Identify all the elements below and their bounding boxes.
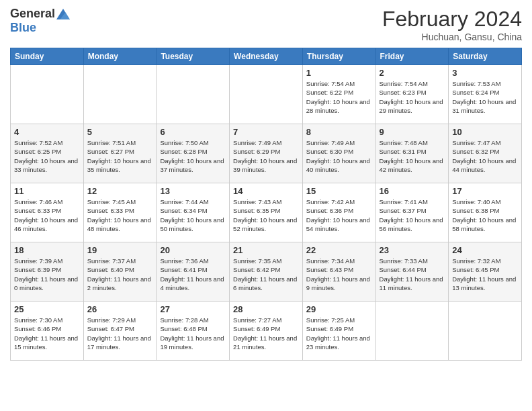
day-cell: 23Sunrise: 7:33 AM Sunset: 6:44 PM Dayli… [375,242,449,302]
day-cell: 9Sunrise: 7:48 AM Sunset: 6:31 PM Daylig… [375,124,449,183]
day-cell: 6Sunrise: 7:50 AM Sunset: 6:28 PM Daylig… [157,124,230,183]
day-info: Sunrise: 7:36 AM Sunset: 6:41 PM Dayligh… [160,257,226,292]
header-cell-sunday: Sunday [11,48,84,65]
day-number: 11 [14,186,80,196]
day-info: Sunrise: 7:39 AM Sunset: 6:39 PM Dayligh… [14,257,80,292]
day-cell: 24Sunrise: 7:32 AM Sunset: 6:45 PM Dayli… [449,242,522,302]
day-cell: 21Sunrise: 7:35 AM Sunset: 6:42 PM Dayli… [230,242,303,302]
day-info: Sunrise: 7:27 AM Sunset: 6:49 PM Dayligh… [233,316,299,351]
day-number: 8 [306,127,372,137]
day-number: 12 [87,186,153,196]
day-cell: 22Sunrise: 7:34 AM Sunset: 6:43 PM Dayli… [302,242,375,302]
day-info: Sunrise: 7:54 AM Sunset: 6:22 PM Dayligh… [306,79,372,115]
day-info: Sunrise: 7:33 AM Sunset: 6:44 PM Dayligh… [380,257,445,292]
day-number: 4 [14,127,80,137]
day-cell: 14Sunrise: 7:43 AM Sunset: 6:35 PM Dayli… [230,183,303,242]
day-cell: 27Sunrise: 7:28 AM Sunset: 6:48 PM Dayli… [157,302,230,361]
logo-general: General [10,7,55,21]
day-number: 15 [306,186,372,196]
header-cell-tuesday: Tuesday [157,48,230,65]
day-cell: 11Sunrise: 7:46 AM Sunset: 6:33 PM Dayli… [11,183,84,242]
day-info: Sunrise: 7:32 AM Sunset: 6:45 PM Dayligh… [452,257,518,292]
day-info: Sunrise: 7:48 AM Sunset: 6:31 PM Dayligh… [380,138,445,174]
day-info: Sunrise: 7:52 AM Sunset: 6:25 PM Dayligh… [14,138,80,174]
header: General Blue February 2024 Huchuan, Gans… [10,7,522,42]
day-cell: 8Sunrise: 7:49 AM Sunset: 6:30 PM Daylig… [302,124,375,183]
day-info: Sunrise: 7:46 AM Sunset: 6:33 PM Dayligh… [14,197,80,233]
day-cell: 12Sunrise: 7:45 AM Sunset: 6:33 PM Dayli… [83,183,157,242]
week-row-4: 18Sunrise: 7:39 AM Sunset: 6:39 PM Dayli… [11,242,522,302]
day-info: Sunrise: 7:28 AM Sunset: 6:48 PM Dayligh… [160,316,226,351]
day-info: Sunrise: 7:29 AM Sunset: 6:47 PM Dayligh… [87,316,153,351]
day-info: Sunrise: 7:50 AM Sunset: 6:28 PM Dayligh… [160,138,226,174]
day-cell [157,65,230,124]
calendar-table: SundayMondayTuesdayWednesdayThursdayFrid… [10,48,522,361]
day-number: 9 [380,127,445,137]
week-row-5: 25Sunrise: 7:30 AM Sunset: 6:46 PM Dayli… [11,302,522,361]
day-info: Sunrise: 7:53 AM Sunset: 6:24 PM Dayligh… [452,79,518,115]
day-cell: 29Sunrise: 7:25 AM Sunset: 6:49 PM Dayli… [302,302,375,361]
day-number: 10 [452,127,518,137]
day-cell: 19Sunrise: 7:37 AM Sunset: 6:40 PM Dayli… [83,242,157,302]
day-number: 25 [14,304,80,314]
day-cell [11,65,84,124]
day-number: 24 [452,245,518,255]
title-section: February 2024 Huchuan, Gansu, China [382,7,522,42]
day-cell: 5Sunrise: 7:51 AM Sunset: 6:27 PM Daylig… [83,124,157,183]
week-row-1: 1Sunrise: 7:54 AM Sunset: 6:22 PM Daylig… [11,65,522,124]
day-cell: 28Sunrise: 7:27 AM Sunset: 6:49 PM Dayli… [230,302,303,361]
day-info: Sunrise: 7:40 AM Sunset: 6:38 PM Dayligh… [452,197,518,233]
day-info: Sunrise: 7:44 AM Sunset: 6:34 PM Dayligh… [160,197,226,233]
header-cell-saturday: Saturday [449,48,522,65]
day-info: Sunrise: 7:47 AM Sunset: 6:32 PM Dayligh… [452,138,518,174]
header-cell-monday: Monday [83,48,157,65]
day-cell: 13Sunrise: 7:44 AM Sunset: 6:34 PM Dayli… [157,183,230,242]
month-year-title: February 2024 [382,7,522,32]
day-cell: 16Sunrise: 7:41 AM Sunset: 6:37 PM Dayli… [375,183,449,242]
day-cell [449,302,522,361]
day-number: 29 [306,304,372,314]
day-cell: 2Sunrise: 7:54 AM Sunset: 6:23 PM Daylig… [375,65,449,124]
day-number: 27 [160,304,226,314]
logo-blue: Blue [10,21,36,35]
day-info: Sunrise: 7:35 AM Sunset: 6:42 PM Dayligh… [233,257,299,292]
day-info: Sunrise: 7:25 AM Sunset: 6:49 PM Dayligh… [306,316,372,351]
day-cell [83,65,157,124]
day-cell: 3Sunrise: 7:53 AM Sunset: 6:24 PM Daylig… [449,65,522,124]
day-cell: 4Sunrise: 7:52 AM Sunset: 6:25 PM Daylig… [11,124,84,183]
day-cell: 10Sunrise: 7:47 AM Sunset: 6:32 PM Dayli… [449,124,522,183]
day-info: Sunrise: 7:43 AM Sunset: 6:35 PM Dayligh… [233,197,299,233]
day-info: Sunrise: 7:49 AM Sunset: 6:30 PM Dayligh… [306,138,372,174]
day-cell: 17Sunrise: 7:40 AM Sunset: 6:38 PM Dayli… [449,183,522,242]
logo-text: General [10,7,70,21]
day-info: Sunrise: 7:41 AM Sunset: 6:37 PM Dayligh… [380,197,445,233]
day-cell: 26Sunrise: 7:29 AM Sunset: 6:47 PM Dayli… [83,302,157,361]
day-number: 18 [14,245,80,255]
day-number: 26 [87,304,153,314]
day-cell: 15Sunrise: 7:42 AM Sunset: 6:36 PM Dayli… [302,183,375,242]
week-row-2: 4Sunrise: 7:52 AM Sunset: 6:25 PM Daylig… [11,124,522,183]
day-number: 16 [380,186,445,196]
logo-icon [56,7,70,21]
day-info: Sunrise: 7:30 AM Sunset: 6:46 PM Dayligh… [14,316,80,351]
day-cell: 1Sunrise: 7:54 AM Sunset: 6:22 PM Daylig… [302,65,375,124]
day-number: 5 [87,127,153,137]
day-number: 17 [452,186,518,196]
day-info: Sunrise: 7:51 AM Sunset: 6:27 PM Dayligh… [87,138,153,174]
day-number: 14 [233,186,299,196]
day-number: 13 [160,186,226,196]
logo: General Blue [10,7,70,35]
week-row-3: 11Sunrise: 7:46 AM Sunset: 6:33 PM Dayli… [11,183,522,242]
day-info: Sunrise: 7:37 AM Sunset: 6:40 PM Dayligh… [87,257,153,292]
day-number: 19 [87,245,153,255]
day-cell: 20Sunrise: 7:36 AM Sunset: 6:41 PM Dayli… [157,242,230,302]
day-info: Sunrise: 7:49 AM Sunset: 6:29 PM Dayligh… [233,138,299,174]
header-cell-wednesday: Wednesday [230,48,303,65]
day-cell: 25Sunrise: 7:30 AM Sunset: 6:46 PM Dayli… [11,302,84,361]
day-info: Sunrise: 7:34 AM Sunset: 6:43 PM Dayligh… [306,257,372,292]
day-number: 6 [160,127,226,137]
page: General Blue February 2024 Huchuan, Gans… [0,0,532,411]
day-info: Sunrise: 7:54 AM Sunset: 6:23 PM Dayligh… [380,79,445,115]
day-cell: 7Sunrise: 7:49 AM Sunset: 6:29 PM Daylig… [230,124,303,183]
day-number: 23 [380,245,445,255]
